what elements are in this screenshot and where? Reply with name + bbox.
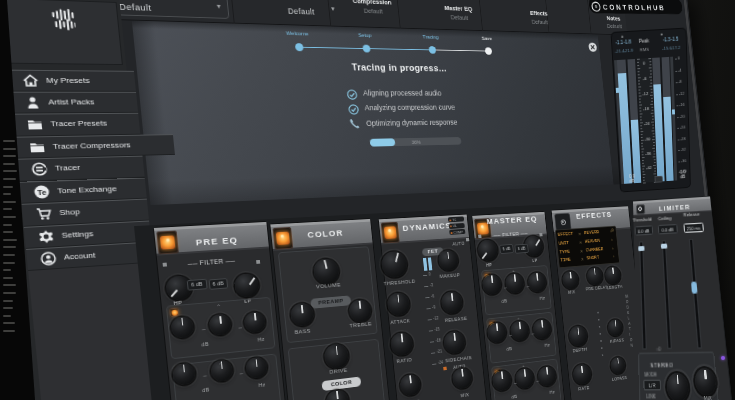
svg-text:Te: Te <box>37 188 48 197</box>
svg-text:CONTROLHUB: CONTROLHUB <box>602 3 666 12</box>
